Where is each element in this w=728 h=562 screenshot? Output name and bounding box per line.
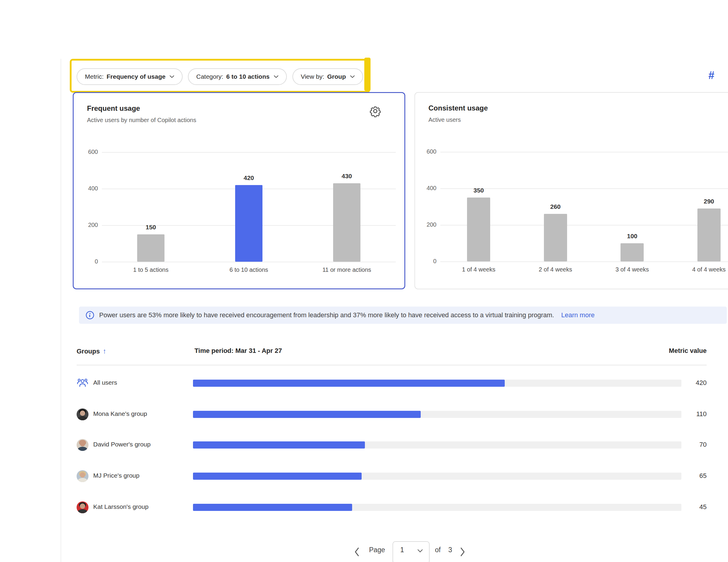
metric-filter-dropdown[interactable]: Metric: Frequency of usage — [77, 68, 183, 85]
metric-bar-track — [193, 473, 681, 480]
avatar — [77, 470, 88, 482]
table-row[interactable]: David Power's group70 — [77, 439, 707, 452]
bar-1-of-4-weeks[interactable] — [467, 197, 490, 261]
y-axis-tick-label: 0 — [418, 258, 436, 265]
metric-bar-track — [193, 441, 681, 449]
bar-value-label: 260 — [533, 203, 578, 210]
bar-column: 3501 of 4 weeks — [456, 152, 501, 261]
metric-filter-value: Frequency of usage — [107, 73, 165, 80]
chart-subtitle: Active users — [428, 116, 461, 123]
avatar-face — [80, 472, 85, 478]
sort-ascending-icon: ↑ — [103, 347, 106, 355]
metric-bar-track — [193, 380, 681, 387]
consistent-usage-card[interactable]: Consistent usage Active users 6004002000… — [414, 92, 728, 289]
page-of-label: of — [435, 546, 441, 554]
group-name: David Power's group — [93, 441, 151, 448]
bar-value-label: 430 — [323, 172, 371, 180]
bar-value-label: 290 — [687, 198, 728, 205]
avatar — [77, 501, 88, 513]
avatar-body — [78, 447, 87, 451]
y-axis-tick-label: 200 — [418, 221, 436, 228]
table-row[interactable]: All users420 — [77, 377, 707, 390]
bar-2-of-4-weeks[interactable] — [544, 214, 567, 261]
total-pages-value: 3 — [448, 546, 452, 554]
metric-value: 110 — [671, 410, 707, 418]
viewby-filter-dropdown[interactable]: View by: Group — [292, 68, 363, 85]
all-users-group-icon — [77, 377, 88, 389]
next-page-button[interactable] — [460, 547, 466, 557]
bar-3-of-4-weeks[interactable] — [621, 243, 644, 262]
insight-banner: Power users are 53% more likely to have … — [79, 307, 727, 324]
y-axis-tick-label: 400 — [80, 185, 98, 192]
avatar-face — [80, 441, 85, 447]
bar-column: 43011 or more actions — [323, 152, 371, 262]
current-page-value: 1 — [400, 546, 404, 554]
x-axis-category-label: 3 of 4 weeks — [599, 266, 665, 273]
x-axis-category-label: 11 or more actions — [314, 266, 379, 273]
avatar-face — [80, 504, 85, 509]
learn-more-link[interactable]: Learn more — [561, 311, 595, 319]
bar-column: 1501 to 5 actions — [127, 152, 175, 262]
group-name: MJ Price's group — [93, 472, 140, 479]
page-label: Page — [369, 546, 385, 554]
avatar — [77, 439, 88, 451]
table-header-divider — [77, 365, 707, 365]
gridline — [102, 262, 396, 262]
metric-value: 65 — [671, 472, 707, 480]
group-name: All users — [93, 379, 117, 386]
avatar-face — [80, 411, 85, 416]
chevron-down-icon — [417, 549, 423, 553]
group-name: Kat Larsson's group — [93, 503, 148, 510]
x-axis-category-label: 1 of 4 weeks — [446, 266, 511, 273]
table-row[interactable]: MJ Price's group65 — [77, 470, 707, 483]
chevron-down-icon — [170, 75, 174, 78]
bar-4-of-4-weeks[interactable] — [697, 208, 721, 261]
chevron-down-icon — [350, 75, 355, 78]
bar-plot-area: 3501 of 4 weeks2602 of 4 weeks1003 of 4 … — [440, 152, 728, 261]
bar-6-to-10-actions[interactable] — [235, 185, 262, 262]
viewby-filter-value: Group — [327, 73, 346, 80]
insight-text: Power users are 53% more likely to have … — [99, 311, 554, 319]
category-filter-dropdown[interactable]: Category: 6 to 10 actions — [188, 68, 287, 85]
previous-page-button[interactable] — [354, 547, 360, 557]
category-filter-label: Category: — [196, 73, 223, 80]
metric-value-column-header: Metric value — [618, 347, 707, 355]
page-select[interactable]: 1 — [393, 541, 430, 562]
y-axis-tick-label: 0 — [80, 258, 98, 265]
chart-subtitle: Active users by number of Copilot action… — [87, 117, 196, 123]
time-period-column-header: Time period: Mar 31 - Apr 27 — [194, 347, 282, 355]
info-icon — [86, 311, 94, 320]
bar-1-to-5-actions[interactable] — [137, 234, 164, 262]
y-axis-tick-label: 600 — [80, 148, 98, 155]
bar-value-label: 350 — [456, 187, 501, 194]
avatar — [77, 409, 88, 420]
copilot-usage-dashboard: Metric: Frequency of usage Category: 6 t… — [0, 0, 728, 562]
x-axis-category-label: 1 to 5 actions — [118, 266, 183, 273]
metric-value: 70 — [671, 441, 707, 449]
table-row[interactable]: Kat Larsson's group45 — [77, 501, 707, 514]
chart-title: Frequent usage — [87, 104, 140, 113]
bar-value-label: 420 — [225, 174, 273, 181]
settings-gear-icon[interactable] — [369, 105, 382, 117]
bar-column: 2904 of 4 weeks — [687, 152, 728, 261]
bar-column: 1003 of 4 weeks — [610, 152, 654, 261]
group-name: Mona Kane's group — [93, 410, 147, 417]
groups-column-header[interactable]: Groups↑ — [77, 347, 106, 355]
panel-edge-divider — [61, 59, 61, 562]
y-axis-tick-label: 400 — [418, 185, 436, 191]
metric-bar-fill — [193, 504, 352, 511]
bar-value-label: 100 — [610, 232, 654, 240]
metric-bar-fill — [193, 411, 421, 418]
hash-icon[interactable]: # — [708, 69, 714, 82]
metric-value: 45 — [671, 503, 707, 511]
avatar-body — [78, 509, 87, 513]
bar-11-or-more-actions[interactable] — [333, 183, 360, 262]
bar-value-label: 150 — [127, 224, 175, 231]
metric-bar-fill — [193, 441, 365, 449]
metric-bar-fill — [193, 380, 505, 387]
y-axis-tick-label: 200 — [80, 221, 98, 228]
category-filter-value: 6 to 10 actions — [226, 73, 270, 80]
frequent-usage-card[interactable]: Frequent usage Active users by number of… — [73, 92, 405, 289]
avatar-body — [78, 416, 87, 420]
table-row[interactable]: Mona Kane's group110 — [77, 408, 707, 421]
